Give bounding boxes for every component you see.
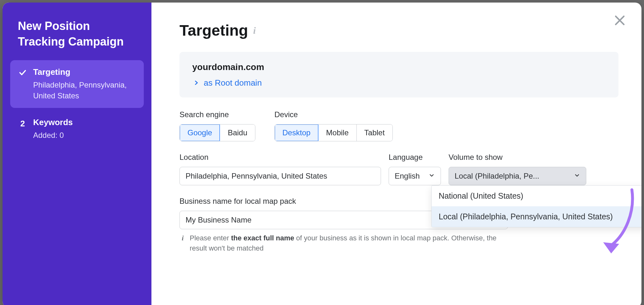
language-value: English bbox=[395, 172, 420, 181]
language-select[interactable]: English bbox=[389, 167, 441, 185]
device-option-desktop[interactable]: Desktop bbox=[275, 124, 318, 141]
sidebar-title: New Position Tracking Campaign bbox=[18, 18, 136, 49]
search-engine-option-baidu[interactable]: Baidu bbox=[220, 124, 255, 141]
field-label: Search engine bbox=[179, 110, 255, 119]
volume-field: Volume to show Local (Philadelphia, Pe..… bbox=[449, 153, 586, 185]
page-title-text: Targeting bbox=[179, 22, 248, 39]
main-panel: Targeting i yourdomain.com as Root domai… bbox=[151, 3, 641, 305]
sidebar: New Position Tracking Campaign Targeting… bbox=[3, 3, 151, 305]
volume-value: Local (Philadelphia, Pe... bbox=[455, 172, 539, 181]
step-label: Keywords bbox=[33, 117, 136, 127]
step-sublabel: Philadelphia, Pennsylvania, United State… bbox=[33, 80, 136, 101]
domain-card: yourdomain.com as Root domain bbox=[179, 52, 618, 97]
location-field: Location bbox=[179, 153, 381, 185]
info-icon[interactable]: i bbox=[252, 25, 256, 36]
language-field: Language English bbox=[389, 153, 441, 185]
sidebar-step-keywords[interactable]: 2 Keywords Added: 0 bbox=[10, 110, 144, 148]
device-option-tablet[interactable]: Tablet bbox=[357, 124, 392, 141]
device-field: Device Desktop Mobile Tablet bbox=[274, 110, 393, 141]
sidebar-step-targeting[interactable]: Targeting Philadelphia, Pennsylvania, Un… bbox=[10, 60, 144, 108]
step-label: Targeting bbox=[33, 67, 136, 77]
info-icon: i bbox=[179, 233, 186, 253]
device-toggle: Desktop Mobile Tablet bbox=[274, 124, 393, 141]
search-engine-field: Search engine Google Baidu bbox=[179, 110, 255, 141]
page-title: Targeting i bbox=[179, 22, 618, 39]
domain-mode-link[interactable]: as Root domain bbox=[192, 78, 606, 88]
chevron-down-icon bbox=[574, 172, 580, 181]
chevron-right-icon bbox=[194, 78, 199, 88]
volume-select[interactable]: Local (Philadelphia, Pe... bbox=[449, 167, 586, 185]
device-option-mobile[interactable]: Mobile bbox=[318, 124, 357, 141]
chevron-down-icon bbox=[428, 172, 435, 181]
location-input[interactable] bbox=[179, 167, 381, 185]
field-label: Volume to show bbox=[449, 153, 586, 162]
field-label: Device bbox=[274, 110, 393, 119]
field-label: Location bbox=[179, 153, 381, 162]
domain-mode-text: as Root domain bbox=[204, 78, 262, 88]
modal-window: New Position Tracking Campaign Targeting… bbox=[3, 3, 641, 305]
volume-dropdown: National (United States) Local (Philadel… bbox=[431, 185, 641, 227]
search-engine-option-google[interactable]: Google bbox=[180, 124, 220, 141]
field-label: Language bbox=[389, 153, 441, 162]
close-icon[interactable] bbox=[613, 13, 627, 27]
search-engine-toggle: Google Baidu bbox=[179, 124, 255, 141]
step-number: 2 bbox=[20, 119, 25, 129]
check-icon bbox=[18, 68, 27, 78]
step-sublabel: Added: 0 bbox=[33, 130, 136, 141]
hint-text: Please enter the exact full name of your… bbox=[190, 233, 508, 253]
volume-option-national[interactable]: National (United States) bbox=[432, 186, 641, 206]
volume-option-local[interactable]: Local (Philadelphia, Pennsylvania, Unite… bbox=[432, 206, 641, 227]
business-name-hint: i Please enter the exact full name of yo… bbox=[179, 233, 508, 253]
domain-name: yourdomain.com bbox=[192, 62, 606, 72]
